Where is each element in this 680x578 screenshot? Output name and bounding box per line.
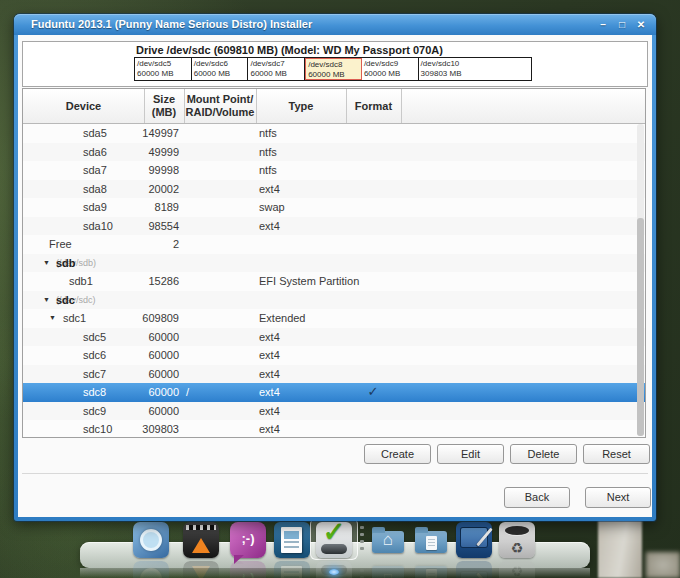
cell-size: 15286 <box>113 272 179 291</box>
cell-size: 309803 <box>113 420 179 437</box>
table-header: Device Size(MB) Mount Point/RAID/Volume … <box>23 89 645 124</box>
table-row[interactable]: ▼ sdb(/dev/sdb) <box>23 254 645 273</box>
cell-size: 60000 <box>113 365 179 384</box>
reset-button[interactable]: Reset <box>583 444 650 464</box>
cell-type: ext4 <box>259 217 280 236</box>
cell-type: ntfs <box>259 161 277 180</box>
column-header-type[interactable]: Type <box>256 89 346 123</box>
cell-type: ntfs <box>259 124 277 143</box>
dock-icon-vlc-player[interactable] <box>183 522 219 558</box>
window-controls: – □ ✕ <box>596 14 648 35</box>
cell-device: sdc10 <box>83 420 112 437</box>
dock-icon-home-folder[interactable]: ⌂⌂ <box>370 522 406 558</box>
table-row[interactable]: sdc7 60000 ext4 <box>23 365 645 384</box>
cell-size: 20002 <box>113 180 179 199</box>
edit-button[interactable]: Edit <box>437 444 504 464</box>
expander-icon[interactable]: ▼ <box>49 309 56 328</box>
cell-device: sda8 <box>83 180 107 199</box>
table-row[interactable]: sdc8 60000 / ext4 ✓ <box>23 383 645 402</box>
cell-device: sdc8 <box>83 383 106 402</box>
table-row[interactable]: sda10 98554 ext4 <box>23 217 645 236</box>
partition-segment[interactable]: /dev/sdc660000 MB <box>192 58 249 80</box>
cell-type: ext4 <box>259 346 280 365</box>
cell-size: 2 <box>113 235 179 254</box>
table-row[interactable]: sda6 49999 ntfs <box>23 143 645 162</box>
table-row[interactable]: sda7 99998 ntfs <box>23 161 645 180</box>
column-header-format[interactable]: Format <box>346 89 401 123</box>
table-row[interactable]: ▼ sdc1 609809 Extended <box>23 309 645 328</box>
dock-icon-libreoffice-writer[interactable] <box>274 522 310 558</box>
cell-type: ext4 <box>259 365 280 384</box>
cell-device: sdc <box>56 291 75 310</box>
table-row[interactable]: sdc9 60000 ext4 <box>23 402 645 421</box>
cell-size: 609809 <box>113 309 179 328</box>
installer-window: Fuduntu 2013.1 (Punny Name Serious Distr… <box>14 14 656 521</box>
cell-type: ntfs <box>259 143 277 162</box>
cell-device: sdc1 <box>63 309 86 328</box>
cell-size: 149997 <box>113 124 179 143</box>
cell-device: Free <box>49 235 72 254</box>
format-checkmark-icon: ✓ <box>359 383 387 402</box>
cell-size: 60000 <box>113 328 179 347</box>
scrollbar-thumb[interactable] <box>637 218 644 436</box>
drive-title: Drive /dev/sdc (609810 MB) (Model: WD My… <box>136 44 443 56</box>
column-header-mount[interactable]: Mount Point/RAID/Volume <box>184 89 256 123</box>
column-header-device[interactable]: Device <box>23 89 144 123</box>
separator-line <box>22 473 648 474</box>
cell-type: Extended <box>259 309 305 328</box>
wallpaper-fur-highlight <box>646 552 680 578</box>
partition-bar: /dev/sdc560000 MB/dev/sdc660000 MB/dev/s… <box>134 57 532 81</box>
dock-icon-pidgin-messenger[interactable]: ;-);-) <box>230 522 266 558</box>
partition-segment[interactable]: /dev/sdc10309803 MB <box>419 58 531 80</box>
cell-device: sdb1 <box>69 272 93 291</box>
cell-size: 60000 <box>113 383 179 402</box>
expander-icon[interactable]: ▼ <box>43 291 50 310</box>
table-row[interactable]: sda5 149997 ntfs <box>23 124 645 143</box>
dock-icon-documents-folder[interactable] <box>413 522 449 558</box>
cell-type: EFI System Partition <box>259 272 359 291</box>
cell-device: sdc9 <box>83 402 106 421</box>
table-row[interactable]: sdc10 309803 ext4 <box>23 420 645 437</box>
partition-segment[interactable]: /dev/sdc960000 MB <box>362 58 419 80</box>
dock-icon-chromium-browser[interactable] <box>133 522 169 558</box>
cell-type: ext4 <box>259 328 280 347</box>
table-scrollbar[interactable] <box>637 124 644 436</box>
table-row[interactable]: sda8 20002 ext4 <box>23 180 645 199</box>
table-row[interactable]: sda9 8189 swap <box>23 198 645 217</box>
cell-device: sda7 <box>83 161 107 180</box>
cell-type: ext4 <box>259 180 280 199</box>
dock-icon-installer[interactable] <box>316 522 352 558</box>
maximize-icon[interactable]: □ <box>615 19 629 30</box>
cell-device: sdc6 <box>83 346 106 365</box>
minimize-icon[interactable]: – <box>596 19 610 30</box>
cell-size: 60000 <box>113 346 179 365</box>
create-button[interactable]: Create <box>364 444 431 464</box>
next-button[interactable]: Next <box>585 487 651 508</box>
back-button[interactable]: Back <box>504 487 570 508</box>
cell-size: 60000 <box>113 402 179 421</box>
table-row[interactable]: sdb1 15286 EFI System Partition <box>23 272 645 291</box>
cell-device: sda5 <box>83 124 107 143</box>
table-row[interactable]: ▼ sdc(/dev/sdc) <box>23 291 645 310</box>
expander-icon[interactable]: ▼ <box>43 254 50 273</box>
dock-icon-display-settings[interactable] <box>456 522 492 558</box>
cell-device: sdb <box>56 254 76 273</box>
desktop: ;-);-)⌂⌂ Fuduntu 2013.1 (Punny Name Seri… <box>0 0 680 578</box>
window-content: Drive /dev/sdc (609810 MB) (Model: WD My… <box>18 35 652 517</box>
cell-size: 8189 <box>113 198 179 217</box>
titlebar[interactable]: Fuduntu 2013.1 (Punny Name Serious Distr… <box>14 14 656 35</box>
table-row[interactable]: Free 2 <box>23 235 645 254</box>
table-row[interactable]: sdc5 60000 ext4 <box>23 328 645 347</box>
close-icon[interactable]: ✕ <box>634 19 648 30</box>
cell-device: sda9 <box>83 198 107 217</box>
cell-mount: / <box>186 383 189 402</box>
cell-device: sdc5 <box>83 328 106 347</box>
delete-button[interactable]: Delete <box>510 444 577 464</box>
dock-icon-trash[interactable] <box>499 522 535 558</box>
drive-panel: Drive /dev/sdc (609810 MB) (Model: WD My… <box>22 41 648 87</box>
partition-segment[interactable]: /dev/sdc560000 MB <box>135 58 192 80</box>
column-header-size[interactable]: Size(MB) <box>144 89 184 123</box>
table-row[interactable]: sdc6 60000 ext4 <box>23 346 645 365</box>
partition-segment[interactable]: /dev/sdc760000 MB <box>248 58 305 80</box>
partition-segment[interactable]: /dev/sdc860000 MB <box>305 58 362 80</box>
